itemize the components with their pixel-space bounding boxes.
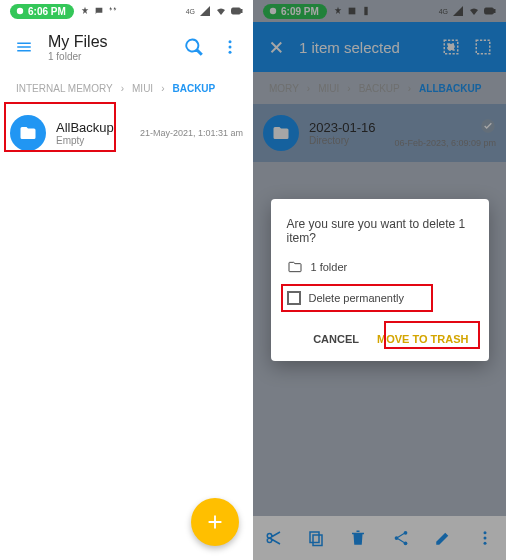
file-name: AllBackup xyxy=(56,120,130,135)
file-sub: Empty xyxy=(56,135,130,146)
app-header: My Files 1 folder xyxy=(0,22,253,72)
move-to-trash-button[interactable]: MOVE TO TRASH xyxy=(373,327,472,351)
dialog-folder-row: 1 folder xyxy=(287,259,473,275)
svg-rect-2 xyxy=(241,10,242,13)
battery-icon xyxy=(231,5,243,17)
signal-label: 4G xyxy=(186,8,195,15)
cancel-button[interactable]: CANCEL xyxy=(309,327,363,351)
folder-outline-icon xyxy=(287,259,303,275)
fab-add-button[interactable] xyxy=(191,498,239,546)
status-notif-icons xyxy=(80,6,118,16)
dialog-title: Are you sure you want to delete 1 item? xyxy=(287,217,473,245)
page-title: My Files xyxy=(48,33,108,51)
svg-rect-3 xyxy=(233,9,237,13)
signal-icon xyxy=(199,5,211,17)
svg-point-4 xyxy=(229,40,232,43)
crumb-backup[interactable]: BACKUP xyxy=(168,83,219,94)
status-bar: 6:06 PM 4G xyxy=(0,0,253,22)
folder-icon xyxy=(10,115,46,151)
hamburger-icon[interactable] xyxy=(14,38,34,56)
crumb-internal[interactable]: INTERNAL MEMORY xyxy=(12,83,117,94)
file-date: 21-May-2021, 1:01:31 am xyxy=(140,128,243,138)
status-time: 6:06 PM xyxy=(28,6,66,17)
delete-dialog: Are you sure you want to delete 1 item? … xyxy=(271,199,489,361)
breadcrumb: INTERNAL MEMORY › MIUI › BACKUP xyxy=(0,72,253,104)
chevron-right-icon: › xyxy=(117,83,128,94)
wifi-icon xyxy=(215,5,227,17)
overflow-menu-icon[interactable] xyxy=(221,38,239,56)
page-subtitle: 1 folder xyxy=(48,51,108,62)
search-icon[interactable] xyxy=(185,38,203,56)
dialog-overlay[interactable]: Are you sure you want to delete 1 item? … xyxy=(253,0,506,560)
folder-count: 1 folder xyxy=(311,261,348,273)
recording-pill[interactable]: 6:06 PM xyxy=(10,4,74,19)
checkbox[interactable] xyxy=(287,291,301,305)
delete-permanent-row[interactable]: Delete permanently xyxy=(287,287,473,309)
svg-point-5 xyxy=(229,46,232,49)
plus-icon xyxy=(204,511,226,533)
svg-point-0 xyxy=(17,8,23,14)
chevron-right-icon: › xyxy=(157,83,168,94)
status-system-icons: 4G xyxy=(186,5,243,17)
svg-point-6 xyxy=(229,51,232,54)
crumb-miui[interactable]: MIUI xyxy=(128,83,157,94)
file-row[interactable]: AllBackup Empty 21-May-2021, 1:01:31 am xyxy=(0,104,253,162)
delete-permanent-label: Delete permanently xyxy=(309,292,404,304)
